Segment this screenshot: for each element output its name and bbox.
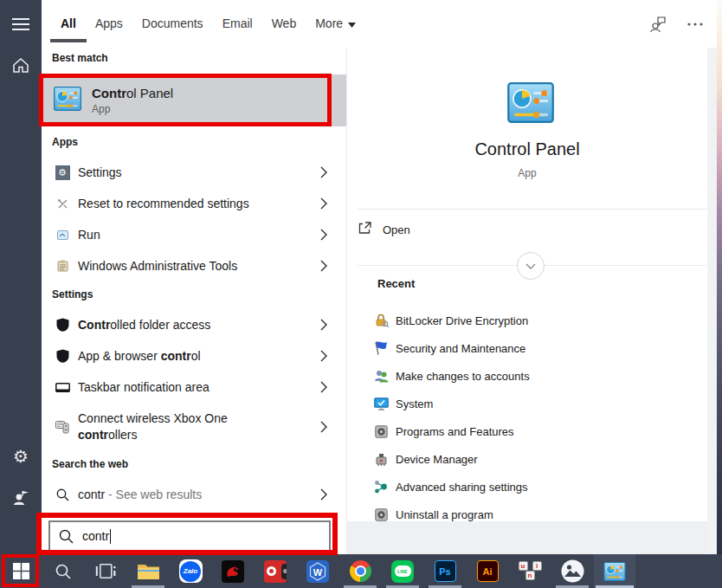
chevron-right-icon [320,229,327,241]
admin-tools-icon [55,260,70,272]
taskbar-zalo[interactable]: Zalo [170,554,211,588]
gear-icon: ⚙ [13,448,29,465]
settings-button[interactable]: ⚙ [0,436,42,477]
w-app-icon: W [306,560,329,583]
detail-title: Control Panel [347,139,707,159]
illustrator-icon: Ai [477,560,499,582]
result-controlled-folder-access[interactable]: Controlled folder access [42,313,346,337]
program-icon [373,508,389,521]
chevron-right-icon [320,381,327,393]
tab-documents[interactable]: Documents [142,0,203,48]
chevron-right-icon [320,350,327,362]
run-icon [55,230,70,240]
task-view-button[interactable] [85,554,126,588]
tab-all[interactable]: All [61,0,76,48]
taskbar-file-explorer[interactable] [127,554,169,588]
search-the-web-header: Search the web [52,458,128,470]
chevron-right-icon [320,260,327,272]
result-web-search[interactable]: contr - See web results [42,482,346,507]
taskbar-media-app[interactable] [255,554,296,588]
result-taskbar-notification-area[interactable]: Taskbar notification area [42,375,346,399]
hamburger-menu-button[interactable] [0,3,42,45]
program-icon [373,425,389,438]
recent-device-manager[interactable]: Device Manager [347,445,707,473]
expand-button[interactable] [517,252,545,280]
home-button[interactable] [0,44,42,86]
search-tab-bar: All Apps Documents Email Web More [42,0,717,48]
garena-icon [222,560,244,583]
chevron-right-icon [320,166,327,178]
result-settings[interactable]: ⚙ Settings [42,160,346,184]
settings-gear-icon: ⚙ [55,165,70,180]
recent-system[interactable]: System [347,390,707,417]
control-panel-icon [603,562,626,581]
recent-bitlocker[interactable]: BitLocker Drive Encryption [347,307,707,334]
task-view-icon [95,564,116,578]
best-match-title: Control Panel [92,86,173,100]
hamburger-icon [12,17,29,31]
result-admin-tools[interactable]: Windows Administrative Tools [42,254,346,278]
reset-icon [55,198,70,210]
recent-header: Recent [377,277,415,290]
scrollbar[interactable] [707,48,717,554]
detail-subtitle: App [347,167,707,179]
taskbar-chrome[interactable] [339,554,381,588]
tab-web[interactable]: Web [272,0,297,48]
taskbar-line[interactable]: LINE [382,554,423,588]
taskbar-area-icon [55,383,70,392]
feedback-top-button[interactable] [642,0,674,48]
best-match-result-control-panel[interactable]: Control Panel App [42,74,346,126]
xbox-controller-icon [55,421,70,434]
tab-more[interactable]: More [315,0,356,48]
taskbar-unikey[interactable]: u i n [509,554,551,588]
recent-make-changes-accounts[interactable]: Make changes to accounts [347,362,707,390]
taskbar-search-button[interactable] [42,554,84,588]
sharing-icon [373,480,389,494]
result-xbox-controllers[interactable]: Connect wireless Xbox One controllers [42,406,346,448]
dropdown-arrow-icon [348,0,356,48]
zalo-icon: Zalo [179,559,203,583]
recent-security-maintenance[interactable]: Security and Maintenance [347,334,707,362]
media-player-icon [264,560,287,583]
device-icon [373,453,389,466]
chrome-icon [350,560,371,582]
open-action[interactable]: Open [358,216,695,242]
svg-text:W: W [313,566,323,577]
more-options-button[interactable] [680,0,711,48]
unikey-icon: u i n [519,559,542,583]
feedback-button[interactable] [0,477,42,519]
taskbar-control-panel[interactable] [594,554,635,588]
result-reset-settings[interactable]: Reset to recommended settings [42,191,346,216]
result-run[interactable]: Run [42,223,346,247]
sidebar: ⚙ [0,0,42,554]
taskbar-photoshop[interactable]: Ps [424,554,466,588]
result-app-browser-control[interactable]: App & browser control [42,344,346,368]
taskbar-garena[interactable] [212,554,254,588]
file-explorer-icon [137,562,160,581]
photos-icon [561,559,584,583]
chevron-right-icon [320,319,327,331]
recent-programs-features[interactable]: Programs and Features [347,417,707,445]
bitlocker-icon [373,313,389,327]
tab-apps[interactable]: Apps [95,0,123,48]
taskbar: Zalo W LINE [0,554,722,588]
taskbar-w-app[interactable]: W [297,554,338,588]
taskbar-photos[interactable] [551,554,593,588]
chevron-right-icon [320,488,327,501]
shield-icon [55,349,70,363]
line-icon: LINE [391,560,414,583]
search-results-panel: Best match Control Panel App Apps ⚙ Sett… [42,48,346,554]
best-match-subtitle: App [92,103,173,115]
control-panel-icon-large [506,82,555,126]
search-input[interactable]: contr [48,520,331,552]
taskbar-illustrator[interactable]: Ai [467,554,508,588]
desktop-wallpaper-edge [717,0,722,554]
person-chat-icon [650,16,667,32]
monitor-icon [373,397,389,410]
home-icon [12,57,29,74]
recent-advanced-sharing[interactable]: Advanced sharing settings [347,473,707,501]
recent-uninstall-program[interactable]: Uninstall a program [347,501,707,528]
tab-email[interactable]: Email [222,0,253,48]
start-button[interactable] [0,554,42,588]
chevron-right-icon [320,197,327,210]
